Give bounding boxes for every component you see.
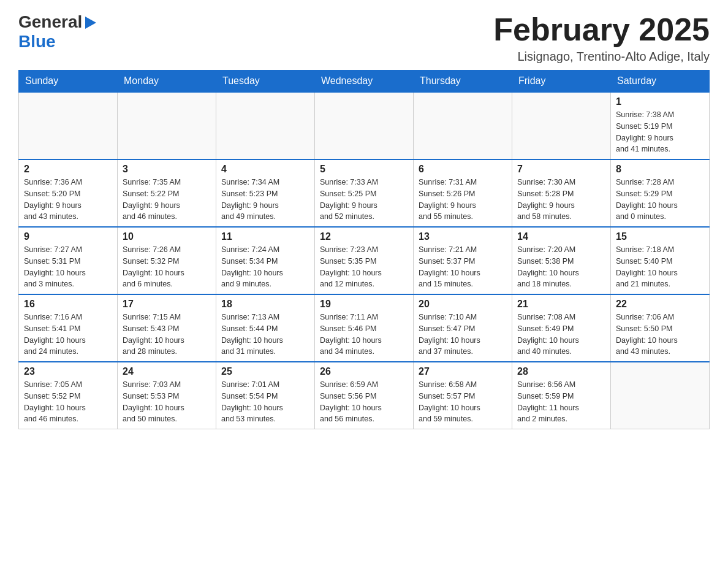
calendar-cell: 27Sunrise: 6:58 AMSunset: 5:57 PMDayligh… — [414, 362, 512, 429]
day-info: Sunrise: 7:21 AMSunset: 5:37 PMDaylight:… — [419, 244, 507, 290]
day-info: Sunrise: 7:33 AMSunset: 5:25 PMDaylight:… — [320, 177, 408, 223]
calendar-cell: 20Sunrise: 7:10 AMSunset: 5:47 PMDayligh… — [414, 294, 512, 362]
weekday-header-monday: Monday — [118, 71, 216, 93]
calendar-title: February 2025 — [493, 12, 710, 47]
calendar-cell: 18Sunrise: 7:13 AMSunset: 5:44 PMDayligh… — [216, 294, 315, 362]
day-number: 17 — [123, 299, 211, 310]
calendar-cell: 23Sunrise: 7:05 AMSunset: 5:52 PMDayligh… — [19, 362, 118, 429]
calendar-cell: 24Sunrise: 7:03 AMSunset: 5:53 PMDayligh… — [118, 362, 216, 429]
day-info: Sunrise: 7:31 AMSunset: 5:26 PMDaylight:… — [419, 177, 507, 223]
day-info: Sunrise: 7:08 AMSunset: 5:49 PMDaylight:… — [517, 312, 605, 358]
logo: General Blue — [18, 12, 96, 52]
day-info: Sunrise: 7:03 AMSunset: 5:53 PMDaylight:… — [123, 379, 211, 425]
calendar-cell: 14Sunrise: 7:20 AMSunset: 5:38 PMDayligh… — [512, 227, 611, 294]
day-info: Sunrise: 7:23 AMSunset: 5:35 PMDaylight:… — [320, 244, 408, 290]
calendar-week-row: 16Sunrise: 7:16 AMSunset: 5:41 PMDayligh… — [19, 294, 710, 362]
day-number: 16 — [24, 299, 112, 310]
day-number: 20 — [419, 299, 507, 310]
calendar-cell: 28Sunrise: 6:56 AMSunset: 5:59 PMDayligh… — [512, 362, 611, 429]
day-info: Sunrise: 7:34 AMSunset: 5:23 PMDaylight:… — [221, 177, 309, 223]
day-info: Sunrise: 7:20 AMSunset: 5:38 PMDaylight:… — [517, 244, 605, 290]
calendar-cell: 2Sunrise: 7:36 AMSunset: 5:20 PMDaylight… — [19, 159, 118, 227]
calendar-cell: 21Sunrise: 7:08 AMSunset: 5:49 PMDayligh… — [512, 294, 611, 362]
calendar-cell: 11Sunrise: 7:24 AMSunset: 5:34 PMDayligh… — [216, 227, 315, 294]
calendar-cell: 17Sunrise: 7:15 AMSunset: 5:43 PMDayligh… — [118, 294, 216, 362]
calendar-week-row: 23Sunrise: 7:05 AMSunset: 5:52 PMDayligh… — [19, 362, 710, 429]
day-info: Sunrise: 7:13 AMSunset: 5:44 PMDaylight:… — [221, 312, 309, 358]
day-number: 4 — [221, 164, 309, 175]
calendar-cell — [611, 362, 710, 429]
calendar-cell — [118, 92, 216, 159]
day-number: 14 — [517, 231, 605, 242]
day-info: Sunrise: 7:35 AMSunset: 5:22 PMDaylight:… — [123, 177, 211, 223]
day-info: Sunrise: 7:24 AMSunset: 5:34 PMDaylight:… — [221, 244, 309, 290]
calendar-cell: 4Sunrise: 7:34 AMSunset: 5:23 PMDaylight… — [216, 159, 315, 227]
day-info: Sunrise: 7:16 AMSunset: 5:41 PMDaylight:… — [24, 312, 112, 358]
day-info: Sunrise: 7:27 AMSunset: 5:31 PMDaylight:… — [24, 244, 112, 290]
day-number: 25 — [221, 366, 309, 377]
logo-blue-text: Blue — [18, 32, 56, 52]
day-info: Sunrise: 7:05 AMSunset: 5:52 PMDaylight:… — [24, 379, 112, 425]
calendar-cell: 3Sunrise: 7:35 AMSunset: 5:22 PMDaylight… — [118, 159, 216, 227]
day-number: 8 — [616, 164, 704, 175]
calendar-cell: 16Sunrise: 7:16 AMSunset: 5:41 PMDayligh… — [19, 294, 118, 362]
day-number: 19 — [320, 299, 408, 310]
weekday-header-wednesday: Wednesday — [315, 71, 414, 93]
calendar-cell: 22Sunrise: 7:06 AMSunset: 5:50 PMDayligh… — [611, 294, 710, 362]
calendar-cell — [216, 92, 315, 159]
day-info: Sunrise: 7:18 AMSunset: 5:40 PMDaylight:… — [616, 244, 704, 290]
day-info: Sunrise: 6:56 AMSunset: 5:59 PMDaylight:… — [517, 379, 605, 425]
weekday-header-saturday: Saturday — [611, 71, 710, 93]
day-number: 5 — [320, 164, 408, 175]
day-number: 12 — [320, 231, 408, 242]
day-number: 15 — [616, 231, 704, 242]
day-info: Sunrise: 7:15 AMSunset: 5:43 PMDaylight:… — [123, 312, 211, 358]
calendar-cell — [315, 92, 414, 159]
calendar-cell: 13Sunrise: 7:21 AMSunset: 5:37 PMDayligh… — [414, 227, 512, 294]
day-info: Sunrise: 7:10 AMSunset: 5:47 PMDaylight:… — [419, 312, 507, 358]
day-number: 3 — [123, 164, 211, 175]
weekday-header-tuesday: Tuesday — [216, 71, 315, 93]
day-info: Sunrise: 7:38 AMSunset: 5:19 PMDaylight:… — [616, 109, 704, 155]
day-number: 6 — [419, 164, 507, 175]
calendar-body: 1Sunrise: 7:38 AMSunset: 5:19 PMDaylight… — [19, 92, 710, 429]
calendar-cell: 7Sunrise: 7:30 AMSunset: 5:28 PMDaylight… — [512, 159, 611, 227]
day-number: 21 — [517, 299, 605, 310]
page-header: General Blue February 2025 Lisignago, Tr… — [18, 12, 710, 64]
weekday-header-thursday: Thursday — [414, 71, 512, 93]
calendar-week-row: 9Sunrise: 7:27 AMSunset: 5:31 PMDaylight… — [19, 227, 710, 294]
day-info: Sunrise: 7:11 AMSunset: 5:46 PMDaylight:… — [320, 312, 408, 358]
calendar-cell: 25Sunrise: 7:01 AMSunset: 5:54 PMDayligh… — [216, 362, 315, 429]
day-number: 11 — [221, 231, 309, 242]
calendar-cell: 6Sunrise: 7:31 AMSunset: 5:26 PMDaylight… — [414, 159, 512, 227]
calendar-cell: 8Sunrise: 7:28 AMSunset: 5:29 PMDaylight… — [611, 159, 710, 227]
day-info: Sunrise: 7:01 AMSunset: 5:54 PMDaylight:… — [221, 379, 309, 425]
calendar-cell — [19, 92, 118, 159]
calendar-cell: 15Sunrise: 7:18 AMSunset: 5:40 PMDayligh… — [611, 227, 710, 294]
calendar-table: SundayMondayTuesdayWednesdayThursdayFrid… — [18, 70, 710, 429]
day-info: Sunrise: 7:30 AMSunset: 5:28 PMDaylight:… — [517, 177, 605, 223]
day-info: Sunrise: 6:58 AMSunset: 5:57 PMDaylight:… — [419, 379, 507, 425]
day-number: 13 — [419, 231, 507, 242]
calendar-cell — [414, 92, 512, 159]
day-number: 22 — [616, 299, 704, 310]
day-number: 27 — [419, 366, 507, 377]
day-info: Sunrise: 7:26 AMSunset: 5:32 PMDaylight:… — [123, 244, 211, 290]
calendar-week-row: 2Sunrise: 7:36 AMSunset: 5:20 PMDaylight… — [19, 159, 710, 227]
calendar-cell: 10Sunrise: 7:26 AMSunset: 5:32 PMDayligh… — [118, 227, 216, 294]
day-number: 2 — [24, 164, 112, 175]
day-info: Sunrise: 7:28 AMSunset: 5:29 PMDaylight:… — [616, 177, 704, 223]
calendar-week-row: 1Sunrise: 7:38 AMSunset: 5:19 PMDaylight… — [19, 92, 710, 159]
logo-triangle-icon — [85, 17, 96, 29]
calendar-cell: 12Sunrise: 7:23 AMSunset: 5:35 PMDayligh… — [315, 227, 414, 294]
calendar-cell: 19Sunrise: 7:11 AMSunset: 5:46 PMDayligh… — [315, 294, 414, 362]
day-number: 18 — [221, 299, 309, 310]
day-number: 24 — [123, 366, 211, 377]
calendar-cell: 5Sunrise: 7:33 AMSunset: 5:25 PMDaylight… — [315, 159, 414, 227]
day-number: 23 — [24, 366, 112, 377]
day-number: 7 — [517, 164, 605, 175]
day-number: 1 — [616, 96, 704, 107]
title-block: February 2025 Lisignago, Trentino-Alto A… — [493, 12, 710, 64]
day-number: 28 — [517, 366, 605, 377]
calendar-cell: 1Sunrise: 7:38 AMSunset: 5:19 PMDaylight… — [611, 92, 710, 159]
